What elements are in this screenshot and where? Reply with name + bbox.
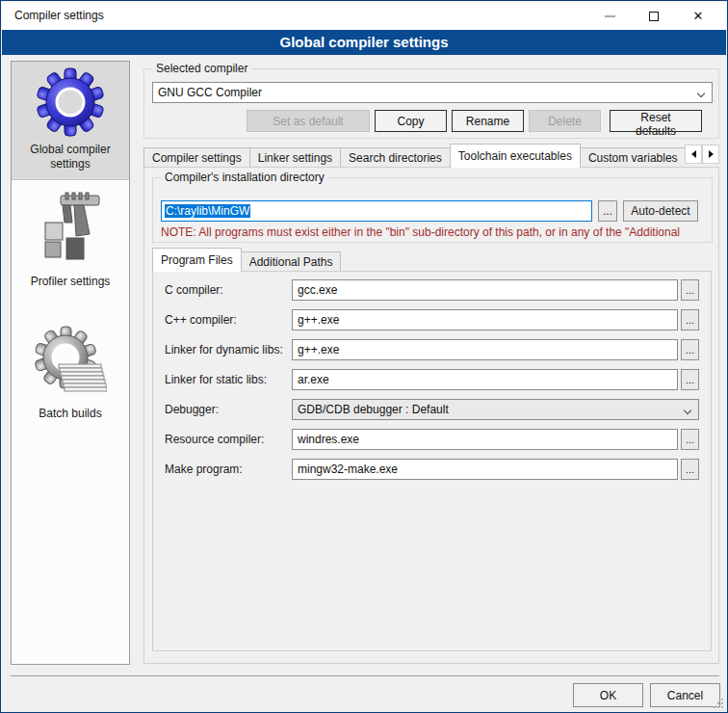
settings-sidebar: Global compiler settings (11, 61, 130, 665)
compiler-settings-window: Compiler settings ✕ Global compiler sett… (0, 0, 728, 713)
set-as-default-button: Set as default (247, 110, 370, 132)
subtab-additional-paths[interactable]: Additional Paths (241, 251, 342, 272)
browse-directory-button[interactable]: ... (598, 200, 617, 222)
close-button[interactable]: ✕ (676, 2, 720, 30)
linker-for-static-libs-input[interactable]: ar.exe (292, 369, 678, 390)
toolchain-row-c-compiler: C compiler:gcc.exe... (165, 279, 699, 301)
tab-custom-variables[interactable]: Custom variables (580, 147, 685, 168)
page-title: Global compiler settings (2, 30, 726, 55)
auto-detect-button[interactable]: Auto-detect (623, 200, 698, 222)
tab-linker-settings[interactable]: Linker settings (249, 147, 341, 168)
toolchain-row-resource-compiler: Resource compiler:windres.exe... (165, 429, 699, 450)
cancel-button[interactable]: Cancel (650, 683, 720, 707)
compiler-actions: Set as defaultCopyRenameDeleteReset defa… (242, 110, 702, 132)
minimize-button[interactable] (587, 2, 632, 30)
sidebar-item-label: Profiler settings (14, 275, 126, 289)
tab-scroll-right-button[interactable] (702, 145, 719, 164)
browse-button[interactable]: ... (681, 459, 699, 480)
title-bar: Compiler settings ✕ (2, 2, 726, 30)
sidebar-item-label: Batch builds (14, 407, 126, 421)
tab-compiler-settings[interactable]: Compiler settings (143, 147, 250, 168)
main-tab-strip: Compiler settingsLinker settingsSearch d… (143, 144, 719, 168)
maximize-button[interactable] (632, 2, 676, 30)
toolchain-row-make-program: Make program:mingw32-make.exe... (165, 459, 699, 480)
resource-compiler-input[interactable]: windres.exe (292, 429, 678, 450)
copy-button[interactable]: Copy (375, 110, 447, 132)
minimize-icon (605, 15, 615, 17)
installation-directory-group: Compiler's installation directory C:\ray… (152, 177, 713, 243)
chevron-down-icon (684, 407, 691, 414)
field-label: Linker for static libs: (165, 373, 292, 386)
sidebar-item-batch-builds[interactable]: Batch builds (12, 320, 129, 429)
main-tabs: Compiler settingsLinker settingsSearch d… (143, 144, 685, 168)
tab-scroll-buttons (685, 145, 719, 164)
field-label: Debugger: (165, 403, 292, 416)
bin-note-text: NOTE: All programs must exist either in … (161, 225, 710, 239)
browse-button[interactable]: ... (681, 309, 699, 330)
ok-button[interactable]: OK (573, 683, 643, 707)
window-title: Compiler settings (14, 9, 104, 22)
footer-divider (11, 675, 719, 676)
group-legend: Compiler's installation directory (161, 171, 328, 184)
caliper-icon (14, 192, 126, 269)
selected-compiler-group: Selected compiler GNU GCC Compiler Set a… (143, 68, 719, 139)
gear-stack-icon (14, 326, 126, 401)
subtab-program-files[interactable]: Program Files (152, 248, 242, 272)
tab-scroll-left-button[interactable] (685, 145, 702, 164)
browse-button[interactable]: ... (681, 339, 699, 360)
program-files-rows: C compiler:gcc.exe...C++ compiler:g++.ex… (153, 279, 711, 480)
maximize-icon (649, 12, 659, 21)
sidebar-item-global-compiler-settings[interactable]: Global compiler settings (12, 62, 129, 180)
tab-search-directories[interactable]: Search directories (340, 147, 451, 168)
toolchain-row-c-compiler: C++ compiler:g++.exe... (165, 309, 699, 330)
sub-tab-strip: Program FilesAdditional Paths (152, 249, 340, 272)
field-label: Linker for dynamic libs: (165, 343, 292, 356)
field-label: C++ compiler: (165, 313, 292, 327)
select-value: GDB/CDB debugger : Default (298, 403, 449, 416)
c-compiler-input[interactable]: gcc.exe (292, 279, 678, 301)
selected-text: C:\raylib\MinGW (165, 204, 250, 218)
rename-button[interactable]: Rename (452, 110, 524, 132)
linker-for-dynamic-libs-input[interactable]: g++.exe (292, 339, 678, 360)
group-legend: Selected compiler (152, 62, 251, 75)
browse-button[interactable]: ... (681, 279, 699, 301)
chevron-down-icon (697, 90, 705, 97)
delete-button: Delete (529, 110, 601, 132)
field-label: Make program: (165, 462, 292, 476)
reset-defaults-button[interactable]: Reset defaults (610, 110, 702, 132)
make-program-input[interactable]: mingw32-make.exe (292, 459, 678, 480)
toolchain-row-linker-for-static-libs: Linker for static libs:ar.exe... (165, 369, 699, 390)
browse-button[interactable]: ... (681, 429, 699, 450)
arrow-left-icon (691, 150, 696, 158)
browse-button[interactable]: ... (681, 369, 699, 390)
toolchain-executables-panel: Compiler's installation directory C:\ray… (143, 167, 719, 664)
field-label: Resource compiler: (165, 433, 292, 446)
gear-blue-icon (14, 67, 126, 137)
close-icon: ✕ (693, 10, 704, 22)
compiler-select[interactable]: GNU GCC Compiler (152, 82, 713, 103)
sidebar-item-label: Global compiler settings (14, 143, 126, 172)
program-files-panel: C compiler:gcc.exe...C++ compiler:g++.ex… (152, 271, 712, 651)
toolchain-row-linker-for-dynamic-libs: Linker for dynamic libs:g++.exe... (165, 339, 699, 360)
installation-directory-input[interactable]: C:\raylib\MinGW (161, 200, 592, 222)
sidebar-item-profiler-settings[interactable]: Profiler settings (12, 186, 129, 297)
window-controls: ✕ (587, 2, 720, 30)
tab-toolchain-executables[interactable]: Toolchain executables (450, 144, 581, 168)
debugger-select[interactable]: GDB/CDB debugger : Default (292, 399, 699, 420)
resize-grip[interactable] (713, 698, 724, 709)
field-label: C compiler: (165, 283, 292, 297)
compiler-select-value: GNU GCC Compiler (158, 86, 262, 99)
toolchain-row-debugger: Debugger:GDB/CDB debugger : Default (165, 399, 699, 420)
arrow-right-icon (709, 150, 714, 158)
c-compiler-input[interactable]: g++.exe (292, 309, 678, 330)
